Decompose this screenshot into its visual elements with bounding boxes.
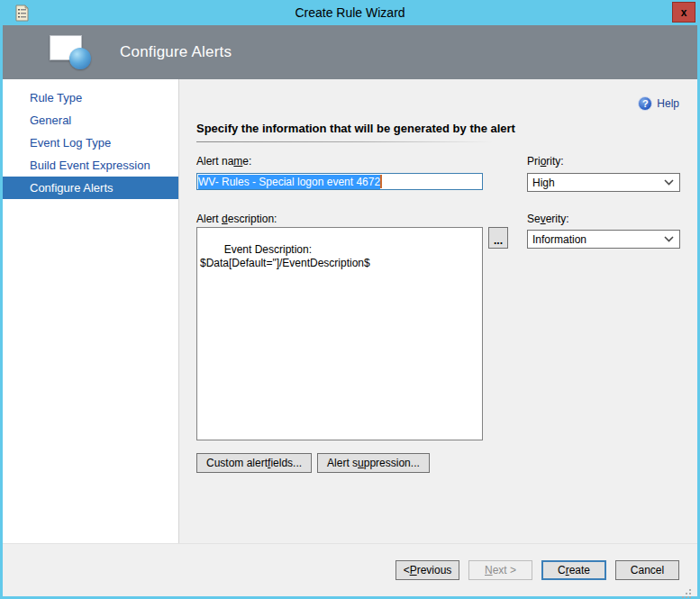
label-fragment: e: xyxy=(242,155,251,168)
cancel-button[interactable]: Cancel xyxy=(615,560,679,580)
label-accesskey: u xyxy=(358,457,364,469)
text-caret xyxy=(380,175,382,188)
wizard-body: Rule Type General Event Log Type Build E… xyxy=(3,79,697,543)
create-rule-wizard-window: Create Rule Wizard x Configure Alerts Ru… xyxy=(0,0,700,599)
alert-description-label: Alert description: xyxy=(196,213,277,225)
help-label: Help xyxy=(657,97,679,110)
label-fragment: Custom alert xyxy=(206,457,268,469)
label-fragment: < xyxy=(404,564,410,576)
chevron-down-icon xyxy=(664,179,674,186)
label-fragment: C xyxy=(558,564,566,576)
wizard-header: Configure Alerts xyxy=(3,25,697,79)
priority-label: Priority: xyxy=(527,155,564,168)
help-link[interactable]: ? Help xyxy=(638,96,679,111)
label-fragment: ields... xyxy=(270,457,302,469)
sidebar-item-build-event-expression[interactable]: Build Event Expression xyxy=(3,154,178,177)
alert-description-text: Event Description: $Data[Default="]/Even… xyxy=(200,243,370,269)
alert-description-textarea[interactable]: Event Description: $Data[Default="]/Even… xyxy=(196,227,483,440)
page-title: Configure Alerts xyxy=(120,43,232,61)
priority-value: High xyxy=(532,177,555,189)
window-title: Create Rule Wizard xyxy=(295,5,405,20)
selected-text: WV- Rules - Special logon event 4672 xyxy=(198,175,380,189)
severity-value: Information xyxy=(532,233,586,246)
wizard-steps-sidebar: Rule Type General Event Log Type Build E… xyxy=(3,79,179,543)
configure-alerts-panel: ? Help Specify the information that will… xyxy=(179,79,697,543)
alert-name-input[interactable]: WV- Rules - Special logon event 4672 xyxy=(196,173,483,190)
sidebar-item-label: Build Event Expression xyxy=(30,159,150,172)
label-fragment: ext > xyxy=(493,564,516,576)
sidebar-item-label: Configure Alerts xyxy=(30,181,114,195)
sidebar-item-event-log-type[interactable]: Event Log Type xyxy=(3,132,178,154)
custom-alert-fields-button[interactable]: Custom alert fields... xyxy=(196,453,312,473)
next-button[interactable]: Next > xyxy=(468,560,532,580)
sidebar-item-label: General xyxy=(30,113,71,127)
previous-button[interactable]: < Previous xyxy=(395,560,459,580)
sidebar-item-label: Event Log Type xyxy=(30,136,111,150)
configure-alerts-icon xyxy=(50,33,95,71)
chevron-down-icon xyxy=(664,236,674,242)
severity-label: Severity: xyxy=(527,213,569,225)
label-fragment: Alert na xyxy=(196,155,233,168)
label-fragment: revious xyxy=(417,564,452,576)
blue-sphere-shape xyxy=(69,48,91,69)
alert-options-buttons: Custom alert fields... Alert suppression… xyxy=(196,453,430,473)
label-fragment: Alert xyxy=(196,213,222,225)
label-accesskey: m xyxy=(233,155,242,168)
sidebar-item-general[interactable]: General xyxy=(3,109,178,132)
title-bar: Create Rule Wizard x xyxy=(0,0,700,25)
label-fragment: Pri xyxy=(527,155,541,168)
resize-grip-icon[interactable] xyxy=(689,589,691,591)
panel-heading: Specify the information that will be gen… xyxy=(196,122,515,135)
alert-suppression-button[interactable]: Alert suppression... xyxy=(317,453,430,473)
label-fragment: Se xyxy=(527,213,541,225)
sidebar-item-label: Rule Type xyxy=(30,91,82,104)
label-fragment: erity: xyxy=(546,213,569,225)
label-fragment: escription: xyxy=(228,213,277,225)
sidebar-item-configure-alerts[interactable]: Configure Alerts xyxy=(3,177,178,199)
label-fragment: Alert s xyxy=(327,457,358,469)
severity-dropdown[interactable]: Information xyxy=(527,230,680,249)
alert-name-label: Alert name: xyxy=(196,155,251,168)
description-browse-button[interactable]: ... xyxy=(488,227,508,249)
label-accesskey: P xyxy=(410,564,417,576)
label-accesskey: N xyxy=(485,564,493,576)
sidebar-item-rule-type[interactable]: Rule Type xyxy=(3,86,178,109)
heading-divider xyxy=(196,141,494,142)
close-button[interactable]: x xyxy=(672,2,695,23)
document-icon xyxy=(15,5,29,22)
ellipsis-icon: ... xyxy=(494,238,503,243)
wizard-footer: < Previous Next > Create Cancel xyxy=(3,543,697,596)
label-fragment: Cancel xyxy=(631,564,664,576)
close-icon: x xyxy=(681,6,687,19)
help-icon: ? xyxy=(638,96,652,111)
label-fragment: ppression... xyxy=(364,457,420,469)
label-fragment: eate xyxy=(569,564,590,576)
label-accesskey: d xyxy=(222,213,228,225)
priority-dropdown[interactable]: High xyxy=(527,173,680,192)
label-fragment: rity: xyxy=(546,155,563,168)
create-button[interactable]: Create xyxy=(541,560,606,580)
question-glyph: ? xyxy=(642,98,649,109)
